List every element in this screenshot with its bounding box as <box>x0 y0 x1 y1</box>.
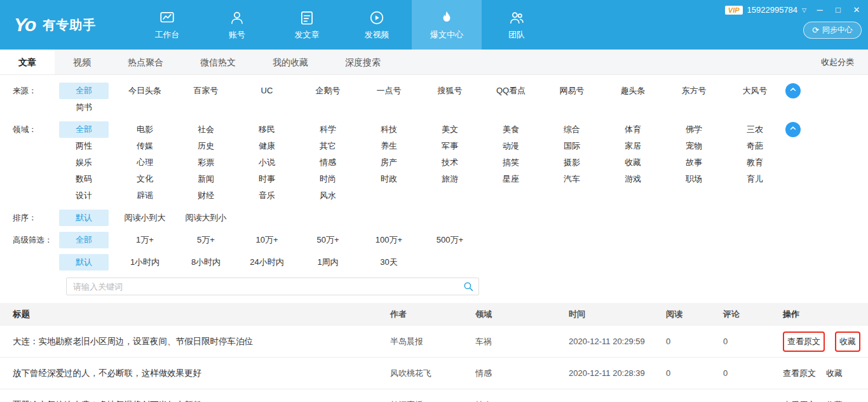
filter-option-category[interactable]: 电影 <box>120 121 170 138</box>
filter-option-sort[interactable]: 阅读大到小 <box>181 210 231 226</box>
filter-option-source[interactable]: QQ看点 <box>486 83 536 99</box>
filter-option-category[interactable]: 文化 <box>120 171 170 187</box>
filter-option-category[interactable]: 收藏 <box>608 154 658 171</box>
filter-option-category[interactable]: 国际 <box>547 138 597 154</box>
filter-option-source[interactable]: 网易号 <box>547 83 597 99</box>
filter-option-category[interactable]: 设计 <box>59 187 109 204</box>
tab-video[interactable]: 视频 <box>55 50 109 74</box>
filter-option-category[interactable]: 汽车 <box>547 171 597 187</box>
favorite-link[interactable]: 收藏 <box>835 332 860 352</box>
close-icon[interactable]: ✕ <box>851 5 862 15</box>
nav-item-workbench[interactable]: 工作台 <box>137 0 198 50</box>
filter-option-category[interactable]: 风水 <box>303 187 353 204</box>
filter-option-category[interactable]: 房产 <box>364 154 414 171</box>
filter-option-category[interactable]: 家居 <box>608 138 658 154</box>
filter-option-source[interactable]: 一点号 <box>364 83 414 99</box>
tab-favorites[interactable]: 我的收藏 <box>254 50 327 74</box>
filter-option-category[interactable]: 养生 <box>364 138 414 154</box>
view-original-link[interactable]: 查看原文 <box>783 332 825 352</box>
filter-option-category[interactable]: 娱乐 <box>59 154 109 171</box>
filter-option-time-filter[interactable]: 30天 <box>364 254 414 271</box>
collapse-source-button[interactable] <box>785 83 801 98</box>
favorite-link[interactable]: 收藏 <box>826 399 843 402</box>
filter-option-category[interactable]: 其它 <box>303 138 353 154</box>
filter-option-category[interactable]: 教育 <box>730 154 780 171</box>
filter-option-reads-filter[interactable]: 10万+ <box>242 232 292 248</box>
filter-option-source[interactable]: 企鹅号 <box>303 83 353 99</box>
filter-option-category[interactable]: 历史 <box>181 138 231 154</box>
filter-option-category[interactable]: 心理 <box>120 154 170 171</box>
nav-item-team[interactable]: 团队 <box>486 0 547 50</box>
nav-item-account[interactable]: 账号 <box>207 0 268 50</box>
tab-wechat-hot[interactable]: 微信热文 <box>182 50 254 74</box>
nav-item-video[interactable]: 发视频 <box>346 0 407 50</box>
filter-option-source[interactable]: 今日头条 <box>120 83 170 99</box>
filter-option-category[interactable]: 音乐 <box>242 187 292 204</box>
account-dropdown-icon[interactable]: ▽ <box>802 7 806 13</box>
filter-option-category[interactable]: 体育 <box>608 121 658 138</box>
filter-option-category[interactable]: 数码 <box>59 171 109 187</box>
filter-option-source[interactable]: UC <box>242 83 292 99</box>
view-original-link[interactable]: 查看原文 <box>783 399 816 402</box>
filter-option-category[interactable]: 财经 <box>181 187 231 204</box>
filter-option-time-filter[interactable]: 24小时内 <box>242 254 292 271</box>
maximize-icon[interactable]: □ <box>833 5 843 15</box>
filter-option-category[interactable]: 全部 <box>59 121 109 138</box>
filter-option-category[interactable]: 时事 <box>242 171 292 187</box>
filter-option-category[interactable]: 游戏 <box>608 171 658 187</box>
collapse-categories-button[interactable]: 收起分类 <box>821 50 868 74</box>
filter-option-category[interactable]: 新闻 <box>181 171 231 187</box>
filter-option-reads-filter[interactable]: 100万+ <box>364 232 414 248</box>
filter-option-category[interactable]: 职场 <box>669 171 719 187</box>
tab-article[interactable]: 文章 <box>0 50 55 74</box>
search-icon[interactable] <box>463 281 474 295</box>
filter-option-category[interactable]: 小说 <box>242 154 292 171</box>
filter-option-category[interactable]: 社会 <box>181 121 231 138</box>
filter-option-category[interactable]: 彩票 <box>181 154 231 171</box>
filter-option-category[interactable]: 故事 <box>669 154 719 171</box>
filter-option-category[interactable]: 动漫 <box>486 138 536 154</box>
filter-option-category[interactable]: 旅游 <box>425 171 475 187</box>
filter-option-source[interactable]: 东方号 <box>669 83 719 99</box>
filter-option-category[interactable]: 搞笑 <box>486 154 536 171</box>
filter-option-category[interactable]: 技术 <box>425 154 475 171</box>
sync-center-button[interactable]: ⟳ 同步中心 <box>803 22 862 39</box>
filter-option-category[interactable]: 育儿 <box>730 171 780 187</box>
filter-option-category[interactable]: 佛学 <box>669 121 719 138</box>
filter-option-reads-filter[interactable]: 5万+ <box>181 232 231 248</box>
filter-option-category[interactable]: 宠物 <box>669 138 719 154</box>
filter-option-category[interactable]: 辟谣 <box>120 187 170 204</box>
filter-option-source[interactable]: 简书 <box>59 99 109 116</box>
filter-option-source[interactable]: 百家号 <box>181 83 231 99</box>
filter-option-time-filter[interactable]: 8小时内 <box>181 254 231 271</box>
filter-option-source[interactable]: 大风号 <box>730 83 780 99</box>
filter-option-category[interactable]: 军事 <box>425 138 475 154</box>
filter-option-source[interactable]: 搜狐号 <box>425 83 475 99</box>
filter-option-source[interactable]: 趣头条 <box>608 83 658 99</box>
filter-option-category[interactable]: 摄影 <box>547 154 597 171</box>
keyword-search-input[interactable] <box>66 278 479 295</box>
nav-item-hot[interactable]: 爆文中心 <box>412 0 482 50</box>
tab-deep-search[interactable]: 深度搜索 <box>327 50 399 74</box>
filter-option-category[interactable]: 星座 <box>486 171 536 187</box>
minimize-icon[interactable]: ─ <box>815 5 825 15</box>
filter-option-sort[interactable]: 默认 <box>59 210 109 226</box>
filter-option-category[interactable]: 时政 <box>364 171 414 187</box>
filter-option-category[interactable]: 传媒 <box>120 138 170 154</box>
filter-option-time-filter[interactable]: 默认 <box>59 254 109 271</box>
filter-option-category[interactable]: 健康 <box>242 138 292 154</box>
nav-item-article[interactable]: 发文章 <box>276 0 337 50</box>
filter-option-category[interactable]: 奇葩 <box>730 138 780 154</box>
filter-option-reads-filter[interactable]: 500万+ <box>425 232 475 248</box>
collapse-category-button[interactable] <box>785 122 801 137</box>
filter-option-category[interactable]: 时尚 <box>303 171 353 187</box>
filter-option-category[interactable]: 移民 <box>242 121 292 138</box>
filter-option-category[interactable]: 情感 <box>303 154 353 171</box>
filter-option-category[interactable]: 科学 <box>303 121 353 138</box>
filter-option-category[interactable]: 美文 <box>425 121 475 138</box>
filter-option-reads-filter[interactable]: 全部 <box>59 232 109 248</box>
favorite-link[interactable]: 收藏 <box>826 368 843 379</box>
tab-hotspot[interactable]: 热点聚合 <box>109 50 182 74</box>
filter-option-category[interactable]: 三农 <box>730 121 780 138</box>
filter-option-category[interactable]: 美食 <box>486 121 536 138</box>
